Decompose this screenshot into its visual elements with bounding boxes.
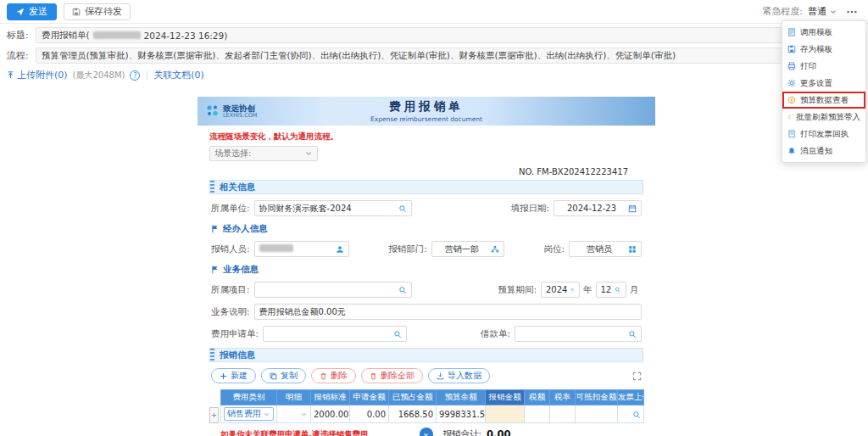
flow-input[interactable]: 预算管理员(预算审批)、财务核票(票据审批)、发起者部门主管(协同)、出纳(出纳… — [36, 48, 787, 64]
save-pending-button[interactable]: 保存待发 — [64, 3, 131, 20]
budget-month-input[interactable]: 12 — [596, 282, 626, 298]
related-docs-link[interactable]: 关联文档(0) — [153, 69, 204, 81]
date-input[interactable]: 2024-12-23 — [554, 200, 642, 216]
menu-item-call-template[interactable]: 调用模板 — [782, 24, 865, 41]
document-title-block: 费用报销单 Expense reimbursement document — [198, 99, 655, 123]
tax-amount-cell[interactable] — [525, 405, 550, 423]
menu-item-message-notification[interactable]: 消息通知 — [782, 143, 865, 159]
form-meta: 标题: 费用报销单( 2024-12-23 16:29) 流程: 预算管理员(预… — [0, 24, 868, 87]
expense-form-document: 致远协创 LEXHIS.COM 费用报销单 Expense reimbursem… — [198, 97, 655, 436]
col-header-active: 报销金额 — [486, 390, 525, 405]
search-icon[interactable] — [570, 286, 575, 293]
user-icon[interactable] — [336, 245, 344, 254]
unit-input[interactable]: 协同财务演示账套-2024 — [254, 200, 412, 216]
search-icon[interactable] — [393, 330, 402, 338]
receipt-icon — [787, 130, 796, 138]
expense-apply-input[interactable] — [263, 326, 407, 342]
loan-label: 借款单: — [481, 328, 515, 340]
loan-input[interactable] — [515, 326, 642, 342]
deductible-cell[interactable] — [576, 405, 618, 423]
menu-item-budget-data-view[interactable]: 预算数据查看 — [782, 92, 865, 109]
import-icon — [437, 372, 444, 380]
upload-attachment-link[interactable]: 上传附件(0) — [7, 69, 68, 81]
subsection-agent-info: 经办人信息 — [211, 223, 643, 235]
unit-value: 协同财务演示账套-2024 — [259, 203, 395, 215]
menu-item-batch-refresh-budget[interactable]: 批量刷新预算带入 — [782, 109, 865, 126]
menu-item-print-invoice-receipt[interactable]: 打印发票回执 — [782, 126, 865, 143]
flag-icon — [211, 266, 220, 274]
detail-select[interactable] — [300, 410, 308, 419]
toolbar: 发送 保存待发 紧急程度: 普通 — [0, 0, 868, 24]
fullscreen-toggle-button[interactable] — [632, 371, 642, 382]
chevron-down-icon — [263, 411, 270, 418]
amount-input-cell[interactable] — [486, 405, 525, 423]
scene-select-label: 场景选择: — [214, 148, 251, 159]
grid-icon[interactable] — [628, 245, 637, 254]
org-icon[interactable] — [491, 245, 499, 254]
standard-cell: 2000.00 — [311, 405, 350, 423]
person-input[interactable] — [254, 241, 349, 257]
desc-input[interactable]: 费用报销总金额0.00元 — [254, 304, 642, 320]
printer-icon — [787, 62, 796, 70]
search-icon[interactable] — [398, 204, 407, 213]
toggle-detail-button[interactable] — [420, 428, 433, 436]
chevron-down-icon — [422, 431, 430, 436]
import-data-button[interactable]: 导入数据 — [428, 368, 490, 383]
urgency-select[interactable]: 普通 — [808, 5, 837, 18]
menu-item-label: 存为模板 — [800, 44, 832, 55]
menu-item-print[interactable]: 打印 — [782, 58, 865, 75]
budget-month-value: 12 — [601, 285, 612, 294]
menu-item-more-settings[interactable]: 更多设置 — [782, 75, 865, 92]
date-value: 2024-12-23 — [559, 204, 625, 213]
copy-row-button[interactable]: 复制 — [261, 368, 306, 383]
chevron-down-icon — [829, 8, 837, 16]
delete-all-button[interactable]: 删除全部 — [361, 368, 423, 383]
help-icon[interactable]: ? — [130, 70, 140, 81]
search-icon[interactable] — [398, 286, 407, 294]
scene-select[interactable]: 场景选择: — [209, 146, 318, 161]
subsection-label: 业务信息 — [223, 264, 259, 276]
plus-icon — [220, 372, 227, 380]
search-icon[interactable] — [615, 286, 620, 293]
dept-input[interactable]: 营销一部 — [431, 241, 504, 257]
menu-item-save-as-template[interactable]: 存为模板 — [782, 41, 865, 58]
import-data-label: 导入数据 — [448, 370, 481, 382]
plus-icon — [211, 412, 217, 418]
applied-cell: 0.00 — [350, 405, 389, 423]
section-accent — [210, 349, 214, 361]
project-input[interactable] — [254, 282, 412, 298]
col-header: 费用类别 — [221, 390, 277, 405]
table-row: 销售费用 2000.00 0.00 1668.50 9998331.50 — [221, 405, 644, 423]
title-input[interactable]: 费用报销单( 2024-12-23 16:29) — [36, 27, 787, 43]
new-row-button[interactable]: 新建 — [211, 368, 256, 383]
chevron-down-icon — [304, 149, 313, 158]
send-button[interactable]: 发送 — [7, 3, 57, 20]
expense-category-select[interactable]: 销售费用 — [224, 407, 274, 421]
urgency-value: 普通 — [808, 5, 826, 18]
budget-year-input[interactable]: 2024 — [541, 282, 580, 298]
post-input[interactable]: 营销员 — [569, 241, 642, 257]
more-actions-button[interactable] — [843, 4, 861, 20]
subsection-business-info: 业务信息 — [211, 264, 643, 276]
gear-icon — [787, 79, 796, 87]
section-accent — [210, 181, 214, 193]
delete-row-button[interactable]: 删除 — [311, 368, 356, 383]
calendar-icon[interactable] — [628, 204, 637, 213]
menu-item-label: 调用模板 — [800, 27, 832, 38]
upload-icon — [7, 71, 14, 79]
search-icon[interactable] — [628, 330, 637, 338]
copy-row-label: 复制 — [281, 370, 298, 382]
unit-label: 所属单位: — [211, 203, 254, 215]
budget-coin-icon — [787, 96, 796, 104]
refresh-icon — [787, 113, 792, 121]
table-footer: 如果你未关联费用申请单,请选择销售费用 报销合计: 0.00 — [220, 428, 642, 436]
col-header: 税额 — [525, 390, 550, 405]
delete-row-label: 删除 — [331, 370, 348, 382]
col-header: 预算余额 — [437, 390, 486, 405]
invoice-upload-button[interactable] — [632, 410, 641, 419]
delete-all-label: 删除全部 — [381, 370, 415, 382]
send-button-label: 发送 — [29, 5, 47, 18]
tax-rate-cell[interactable] — [550, 405, 576, 423]
document-number: NO. FM-BX202412223417 — [209, 167, 628, 176]
add-row-button[interactable] — [209, 407, 219, 423]
